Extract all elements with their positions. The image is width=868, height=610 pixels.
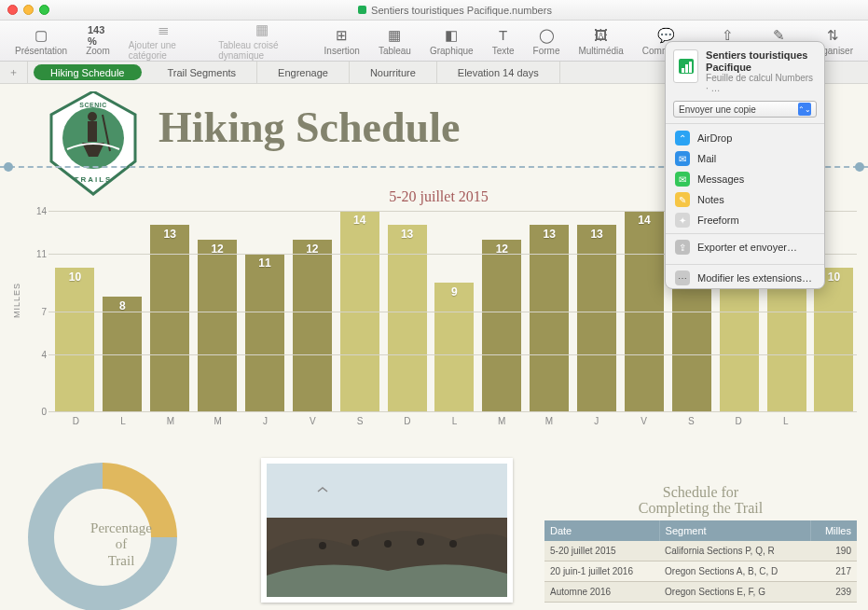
share-item-exporter-et-envoyer-[interactable]: ⇪Exporter et envoyer… xyxy=(666,237,824,257)
add-sheet-button[interactable]: ＋ xyxy=(0,62,28,83)
share-item-icon: ✎ xyxy=(675,192,690,207)
edit-extensions-label: Modifier les extensions… xyxy=(697,272,812,284)
media-button[interactable]: 🖼Multimédia xyxy=(569,26,632,56)
chevron-updown-icon: ⌃⌄ xyxy=(798,103,811,116)
text-button[interactable]: TTexte xyxy=(483,26,524,56)
text-icon: T xyxy=(493,26,514,45)
cell-miles: 217 xyxy=(810,561,857,582)
media-icon: 🖼 xyxy=(591,26,612,45)
share-item-icon: ⌃ xyxy=(675,131,690,146)
x-label: M xyxy=(147,416,195,435)
svg-rect-14 xyxy=(685,64,688,73)
share-item-freeform[interactable]: ✦Freeform xyxy=(666,210,824,230)
percentage-donut-chart[interactable]: Percentage of Trail xyxy=(28,463,233,603)
table-button[interactable]: ▦Tableau xyxy=(369,26,420,56)
chart-button[interactable]: ◧Graphique xyxy=(420,26,483,56)
close-window-button[interactable] xyxy=(7,5,18,15)
col-date: Date xyxy=(544,520,659,541)
organize-icon: ⇅ xyxy=(822,26,843,45)
bar[interactable]: 12 xyxy=(198,240,237,411)
window-title: Sentiers touristiques Pacifique.numbers xyxy=(49,5,861,16)
select-label: Envoyer une copie xyxy=(679,104,756,115)
window-titlebar: Sentiers touristiques Pacifique.numbers xyxy=(0,0,868,21)
share-item-label: Mail xyxy=(697,153,716,164)
send-copy-select[interactable]: Envoyer une copie ⌃⌄ xyxy=(673,101,817,118)
trails-logo: SCENIC TRAILS xyxy=(47,91,140,185)
x-label: S xyxy=(668,416,715,435)
bar-value: 13 xyxy=(150,228,189,241)
share-item-notes[interactable]: ✎Notes xyxy=(666,189,824,210)
svg-rect-6 xyxy=(267,464,507,518)
sheet-tab-food[interactable]: Nourriture xyxy=(350,62,437,83)
table-row[interactable]: Automne 2016Oregon Sections E, F, G239 xyxy=(544,582,857,603)
share-item-label: Freeform xyxy=(697,215,739,226)
x-label: V xyxy=(620,416,668,435)
share-options-list: ⌃AirDrop✉Mail✉Messages✎Notes✦Freeform⇪Ex… xyxy=(666,123,824,261)
edit-extensions-item[interactable]: ⋯ Modifier les extensions… xyxy=(666,268,824,288)
schedule-table[interactable]: Schedule forCompleting the Trail Date Se… xyxy=(544,484,857,603)
svg-point-11 xyxy=(449,540,457,548)
bar-value: 9 xyxy=(434,285,474,298)
insert-button[interactable]: ⊞Insertion xyxy=(315,26,369,56)
share-item-airdrop[interactable]: ⌃AirDrop xyxy=(666,128,824,148)
shape-button[interactable]: ◯Forme xyxy=(524,26,570,56)
add-category-button[interactable]: ≣ Ajouter une catégorie xyxy=(119,21,209,61)
minimize-window-button[interactable] xyxy=(23,5,34,15)
ruler-knob-right[interactable] xyxy=(855,162,864,172)
shape-icon: ◯ xyxy=(536,26,557,45)
col-segment: Segment xyxy=(659,520,810,541)
bar-value: 11 xyxy=(245,256,284,270)
table-row[interactable]: 5-20 juillet 2015California Sections P, … xyxy=(544,541,857,561)
share-item-icon: ⇪ xyxy=(675,240,690,255)
svg-rect-15 xyxy=(689,62,692,73)
cell-segment: California Sections P, Q, R xyxy=(659,541,810,561)
chart-icon: ◧ xyxy=(441,26,462,45)
svg-text:SCENIC: SCENIC xyxy=(79,102,106,108)
svg-rect-13 xyxy=(682,68,684,73)
share-item-label: Messages xyxy=(697,173,744,185)
table-icon: ▦ xyxy=(384,26,405,45)
bar-value: 13 xyxy=(530,228,569,241)
x-label: J xyxy=(241,416,289,435)
bar[interactable]: 11 xyxy=(245,254,284,411)
zoom-value: 143 % xyxy=(88,26,108,45)
view-button[interactable]: ▢ Présentation xyxy=(6,26,76,56)
window-controls xyxy=(7,5,49,15)
sheet-tab-elevation[interactable]: Elevation 14 days xyxy=(437,62,560,83)
bar[interactable]: 10 xyxy=(55,268,94,411)
numbers-app-icon xyxy=(358,6,366,14)
x-label: D xyxy=(383,416,431,435)
insert-icon: ⊞ xyxy=(332,26,352,45)
cell-miles: 190 xyxy=(810,541,857,561)
ruler-knob-left[interactable] xyxy=(4,162,13,172)
bar[interactable]: 10 xyxy=(814,268,853,411)
bar[interactable]: 12 xyxy=(293,240,332,411)
zoom-button[interactable]: 143 % Zoom xyxy=(76,26,119,56)
pivot-table-button[interactable]: ▦ Tableau croisé dynamique xyxy=(209,21,314,61)
x-label: V xyxy=(289,416,337,435)
bar[interactable]: 9 xyxy=(434,283,474,411)
grid-icon: ▦ xyxy=(252,21,272,39)
page-title: Hiking Schedule xyxy=(158,103,460,152)
svg-point-2 xyxy=(88,112,97,121)
share-item-messages[interactable]: ✉Messages xyxy=(666,169,824,189)
zoom-window-button[interactable] xyxy=(39,5,49,15)
bar-value: 13 xyxy=(577,228,616,241)
bar-value: 14 xyxy=(625,214,664,227)
bar-value: 10 xyxy=(55,270,94,284)
bar[interactable]: 12 xyxy=(482,240,521,411)
sheet-tab-gear[interactable]: Engrenage xyxy=(257,62,350,83)
sheet-tab-hiking[interactable]: Hiking Schedule xyxy=(34,64,142,80)
share-item-icon: ✉ xyxy=(675,151,690,166)
share-item-mail[interactable]: ✉Mail xyxy=(666,148,824,169)
photo-image xyxy=(267,464,507,597)
col-miles: Milles xyxy=(810,520,857,541)
x-label: M xyxy=(478,416,526,435)
bar-value: 14 xyxy=(340,214,379,227)
sheet-tab-segments[interactable]: Trail Segments xyxy=(147,62,258,83)
extensions-icon: ⋯ xyxy=(675,270,690,285)
x-label: S xyxy=(337,416,384,435)
cell-date: 5-20 juillet 2015 xyxy=(544,541,659,561)
table-row[interactable]: 20 juin-1 juillet 2016Oregon Sections A,… xyxy=(544,561,857,582)
photo-placeholder[interactable] xyxy=(261,458,513,603)
